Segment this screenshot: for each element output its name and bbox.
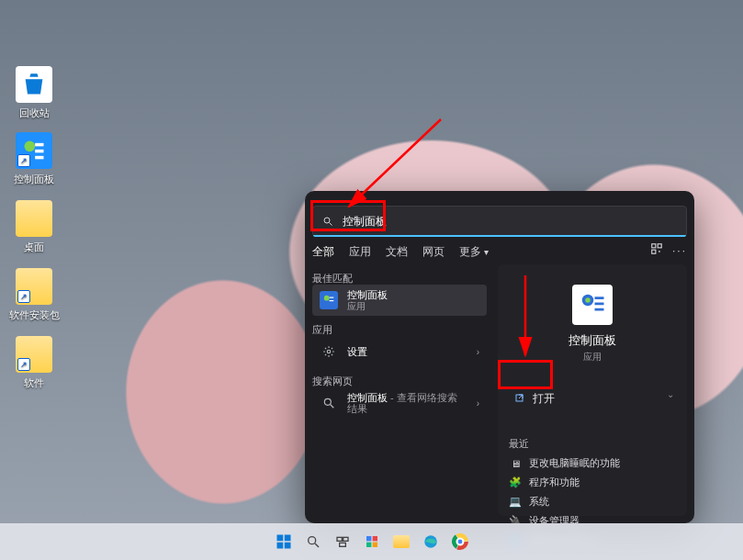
- tab-apps[interactable]: 应用: [349, 244, 371, 260]
- open-action[interactable]: 打开: [509, 386, 676, 411]
- open-icon: [514, 393, 525, 404]
- svg-rect-32: [343, 537, 347, 541]
- result-title: 设置: [347, 346, 367, 357]
- chevron-right-icon: ›: [477, 398, 479, 409]
- chevron-down-icon[interactable]: ⌄: [667, 389, 674, 399]
- section-web: 搜索网页: [312, 375, 353, 388]
- svg-point-0: [25, 141, 36, 152]
- svg-rect-18: [595, 297, 604, 299]
- details-pane: 控制面板 应用 打开 ⌄ 最近 🖥更改电脑睡眠的功能 🧩程序和功能 💻系统 🔌设…: [498, 264, 687, 516]
- desktop-icon-folder-2[interactable]: ↗ 软件安装包: [2, 268, 66, 322]
- svg-point-14: [324, 398, 331, 405]
- svg-rect-33: [339, 543, 345, 546]
- control-panel-icon: ↗: [16, 132, 52, 169]
- result-settings[interactable]: 设置 ›: [312, 336, 487, 367]
- svg-rect-1: [35, 143, 43, 147]
- result-control-panel[interactable]: 控制面板 应用: [312, 285, 487, 316]
- svg-point-13: [327, 350, 331, 353]
- tab-web[interactable]: 网页: [422, 244, 445, 260]
- svg-rect-37: [372, 543, 377, 547]
- svg-rect-26: [284, 535, 290, 542]
- task-view-button[interactable]: [331, 530, 355, 554]
- tab-more[interactable]: 更多: [459, 244, 489, 260]
- folder-icon: ↗: [16, 336, 52, 373]
- svg-point-9: [659, 251, 660, 252]
- recent-item[interactable]: 🧩程序和功能: [509, 476, 676, 489]
- desktop-icon-control-panel[interactable]: ↗ 控制面板: [2, 132, 66, 186]
- recent-item[interactable]: 🖥更改电脑睡眠的功能: [509, 456, 676, 470]
- svg-rect-12: [330, 300, 334, 301]
- desktop-icon-folder-1[interactable]: 桌面: [2, 200, 66, 254]
- result-title: 控制面板 - 查看网络搜索结果: [347, 392, 467, 414]
- folder-icon: ↗: [16, 268, 52, 305]
- recycle-bin-icon: [16, 66, 52, 103]
- details-app-title: 控制面板: [509, 332, 676, 349]
- search-flyout: 全部 应用 文档 网页 更多 ··· 最佳匹配 控制面板 应用 应用 设置 › …: [305, 191, 694, 523]
- svg-point-29: [308, 537, 315, 544]
- svg-rect-36: [366, 543, 371, 547]
- search-icon: [320, 394, 338, 412]
- desktop-icon-label: 控制面板: [2, 173, 66, 186]
- shortcut-arrow-icon: ↗: [17, 358, 30, 371]
- desktop-icon-label: 软件安装包: [2, 308, 66, 322]
- svg-rect-35: [372, 536, 377, 541]
- svg-rect-31: [337, 537, 342, 541]
- svg-rect-19: [595, 303, 604, 306]
- details-app-type: 应用: [509, 351, 676, 364]
- search-bar[interactable]: [312, 206, 687, 237]
- svg-line-15: [331, 405, 334, 409]
- svg-rect-11: [330, 297, 334, 298]
- recent-heading: 最近: [509, 437, 676, 451]
- search-input[interactable]: [341, 214, 677, 229]
- search-tabs: 全部 应用 文档 网页 更多: [312, 244, 489, 260]
- widgets-button[interactable]: [360, 530, 384, 554]
- svg-rect-20: [595, 308, 604, 311]
- svg-rect-28: [284, 543, 290, 549]
- overflow-icon[interactable]: ···: [672, 244, 687, 257]
- control-panel-icon: [320, 291, 338, 309]
- desktop-icon-label: 软件: [2, 376, 66, 390]
- svg-rect-27: [276, 543, 283, 549]
- tab-docs[interactable]: 文档: [386, 244, 408, 260]
- result-web-search[interactable]: 控制面板 - 查看网络搜索结果 ›: [312, 387, 487, 419]
- result-subtitle: 应用: [347, 301, 388, 311]
- desktop-icon-folder-3[interactable]: ↗ 软件: [2, 336, 66, 390]
- desktop-icon-recycle-bin[interactable]: 回收站: [2, 66, 66, 120]
- svg-line-22: [519, 395, 523, 398]
- svg-line-5: [330, 223, 332, 226]
- monitor-icon: 🖥: [509, 457, 522, 470]
- svg-point-17: [585, 297, 591, 303]
- start-button[interactable]: [272, 530, 296, 554]
- svg-rect-2: [35, 150, 43, 153]
- edge-button[interactable]: [419, 530, 443, 554]
- search-icon: [322, 216, 333, 227]
- shortcut-arrow-icon: ↗: [17, 290, 30, 303]
- explorer-button[interactable]: [389, 530, 413, 554]
- chevron-right-icon: ›: [477, 347, 479, 357]
- search-options-icon[interactable]: [650, 242, 663, 258]
- shortcut-arrow-icon: ↗: [17, 154, 30, 167]
- section-best-match: 最佳匹配: [312, 272, 353, 286]
- details-app-icon: [572, 285, 613, 325]
- section-apps: 应用: [312, 323, 332, 337]
- svg-point-4: [324, 218, 330, 223]
- svg-rect-25: [276, 535, 283, 542]
- svg-rect-8: [652, 250, 656, 253]
- system-icon: 💻: [509, 496, 522, 509]
- folder-icon: [16, 200, 52, 237]
- desktop-icon-label: 回收站: [2, 106, 66, 120]
- taskbar: [0, 523, 743, 560]
- programs-icon: 🧩: [509, 476, 522, 489]
- chrome-button[interactable]: [448, 530, 472, 554]
- open-label: 打开: [533, 391, 555, 407]
- search-focus-underline: [313, 235, 686, 237]
- gear-icon: [320, 342, 338, 361]
- result-title: 控制面板: [347, 289, 388, 300]
- tab-all[interactable]: 全部: [312, 244, 334, 260]
- recent-item[interactable]: 💻系统: [509, 495, 676, 509]
- taskbar-search-button[interactable]: [301, 530, 325, 554]
- svg-line-30: [315, 543, 319, 547]
- desktop-icon-label: 桌面: [2, 241, 66, 254]
- svg-rect-6: [652, 244, 656, 248]
- svg-point-10: [324, 296, 330, 301]
